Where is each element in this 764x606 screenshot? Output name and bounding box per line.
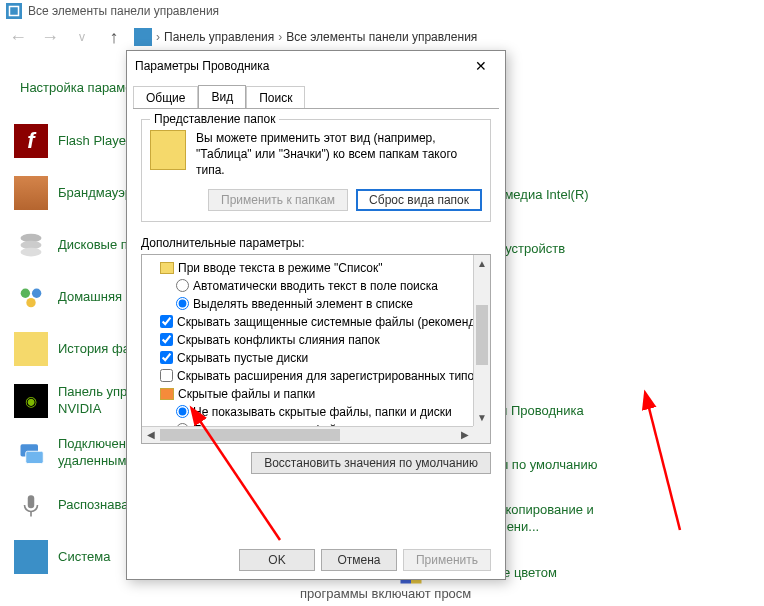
tree-option[interactable]: Скрывать защищенные системные файлы (рек… xyxy=(146,313,488,331)
breadcrumb-sep-icon: › xyxy=(278,30,282,44)
remoteapp-icon xyxy=(14,436,48,470)
dialog-title: Параметры Проводника xyxy=(135,59,269,73)
advanced-settings-tree[interactable]: При вводе текста в режиме "Список" Автом… xyxy=(141,254,491,444)
folder-icon xyxy=(160,262,174,274)
groupbox-legend: Представление папок xyxy=(150,112,279,126)
advanced-settings-label: Дополнительные параметры: xyxy=(141,236,491,250)
flash-icon: f xyxy=(14,124,48,158)
nav-recent-icon[interactable]: v xyxy=(70,25,94,49)
scroll-down-icon[interactable]: ▼ xyxy=(474,409,490,426)
folder-icon xyxy=(150,130,186,170)
window-titlebar: Все элементы панели управления xyxy=(0,0,764,22)
tree-group: При вводе текста в режиме "Список" xyxy=(146,259,488,277)
apply-to-folders-button[interactable]: Применить к папкам xyxy=(208,189,348,211)
history-icon xyxy=(14,332,48,366)
scroll-thumb[interactable] xyxy=(476,305,488,365)
address-bar[interactable]: › Панель управления › Все элементы панел… xyxy=(134,28,758,46)
tree-option[interactable]: Скрывать конфликты слияния папок xyxy=(146,331,488,349)
svg-rect-10 xyxy=(28,495,35,508)
tab-search[interactable]: Поиск xyxy=(246,86,305,109)
tree-option[interactable]: Не показывать скрытые файлы, папки и дис… xyxy=(146,403,488,421)
check-hide-merge[interactable] xyxy=(160,333,173,346)
apply-button[interactable]: Применить xyxy=(403,549,491,571)
scroll-right-icon[interactable]: ▶ xyxy=(456,427,473,443)
svg-rect-9 xyxy=(26,451,44,463)
nav-back-icon[interactable]: ← xyxy=(6,25,30,49)
svg-point-7 xyxy=(26,298,35,307)
ok-button[interactable]: OK xyxy=(239,549,315,571)
scroll-thumb[interactable] xyxy=(160,429,340,441)
homegroup-icon xyxy=(14,280,48,314)
folder-icon xyxy=(160,388,174,400)
nav-up-icon[interactable]: ↑ xyxy=(102,25,126,49)
dialog-tabs: Общие Вид Поиск xyxy=(127,81,505,108)
dialog-titlebar[interactable]: Параметры Проводника ✕ xyxy=(127,51,505,81)
nav-bar: ← → v ↑ › Панель управления › Все элемен… xyxy=(0,22,764,52)
explorer-options-dialog: Параметры Проводника ✕ Общие Вид Поиск П… xyxy=(126,50,506,580)
svg-point-4 xyxy=(21,248,42,257)
svg-point-6 xyxy=(32,289,41,298)
dialog-footer: OK Отмена Применить xyxy=(239,549,491,571)
microphone-icon xyxy=(14,488,48,522)
close-button[interactable]: ✕ xyxy=(465,55,497,77)
cancel-button[interactable]: Отмена xyxy=(321,549,397,571)
clipped-bottom-text: программы включают просм xyxy=(0,586,764,606)
vertical-scrollbar[interactable]: ▲ ▼ xyxy=(473,255,490,426)
system-icon xyxy=(14,540,48,574)
window-title: Все элементы панели управления xyxy=(28,4,219,18)
breadcrumb-sep-icon: › xyxy=(156,30,160,44)
tree-group: Скрытые файлы и папки xyxy=(146,385,488,403)
radio-auto-search[interactable] xyxy=(176,279,189,292)
restore-defaults-button[interactable]: Восстановить значения по умолчанию xyxy=(251,452,491,474)
nav-forward-icon[interactable]: → xyxy=(38,25,62,49)
disk-icon xyxy=(14,228,48,262)
groupbox-text: Вы можете применить этот вид (например, … xyxy=(196,130,482,179)
tree-option[interactable]: Скрывать пустые диски xyxy=(146,349,488,367)
reset-folders-button[interactable]: Сброс вида папок xyxy=(356,189,482,211)
horizontal-scrollbar[interactable]: ◀ ▶ xyxy=(142,426,490,443)
check-hide-protected[interactable] xyxy=(160,315,173,328)
tree-option[interactable]: Скрывать расширения для зарегистрированн… xyxy=(146,367,488,385)
breadcrumb-item[interactable]: Панель управления xyxy=(164,30,274,44)
check-hide-extensions[interactable] xyxy=(160,369,173,382)
control-panel-icon xyxy=(134,28,152,46)
svg-point-5 xyxy=(21,289,30,298)
radio-dont-show-hidden[interactable] xyxy=(176,405,189,418)
check-hide-empty-drives[interactable] xyxy=(160,351,173,364)
radio-select-typed[interactable] xyxy=(176,297,189,310)
folder-view-groupbox: Представление папок Вы можете применить … xyxy=(141,119,491,222)
tree-option[interactable]: Выделять введенный элемент в списке xyxy=(146,295,488,313)
tree-option[interactable]: Автоматически вводить текст в поле поиск… xyxy=(146,277,488,295)
tab-view[interactable]: Вид xyxy=(198,85,246,108)
scroll-up-icon[interactable]: ▲ xyxy=(474,255,490,272)
scroll-corner xyxy=(473,426,490,443)
svg-rect-1 xyxy=(10,7,18,15)
tab-general[interactable]: Общие xyxy=(133,86,198,109)
nvidia-icon: ◉ xyxy=(14,384,48,418)
breadcrumb-item[interactable]: Все элементы панели управления xyxy=(286,30,477,44)
control-panel-icon xyxy=(6,3,22,19)
dialog-body: Представление папок Вы можете применить … xyxy=(133,108,499,560)
scroll-left-icon[interactable]: ◀ xyxy=(142,427,159,443)
firewall-icon xyxy=(14,176,48,210)
